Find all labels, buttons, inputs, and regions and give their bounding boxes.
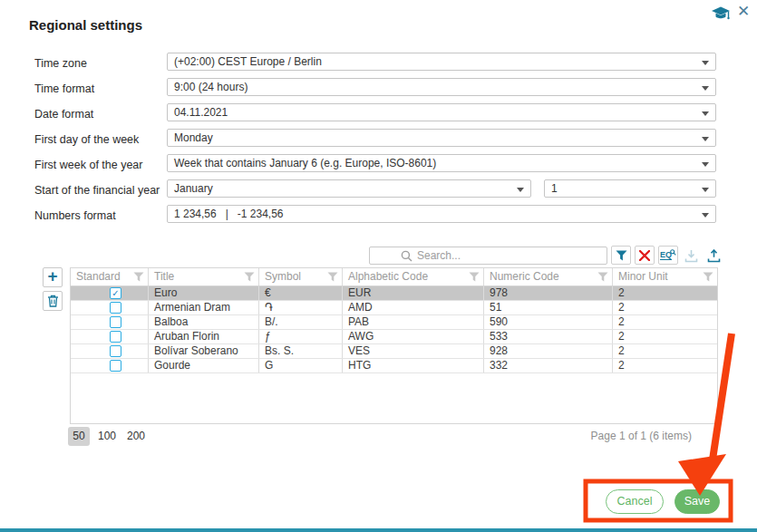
plus-icon: + — [47, 268, 57, 285]
cell-minor: 2 — [613, 344, 717, 358]
dialog-bottom-border — [0, 528, 757, 532]
upload-icon — [707, 249, 721, 263]
cell-symbol: B/. — [259, 315, 343, 329]
label-date-format: Date format — [34, 105, 93, 123]
cell-symbol: G — [259, 359, 343, 372]
cell-alpha: AWG — [343, 330, 484, 343]
page-size-200[interactable]: 200 — [124, 427, 148, 446]
tutorial-graduation-cap-icon[interactable] — [710, 3, 732, 24]
page-size-100[interactable]: 100 — [95, 427, 119, 446]
table-row[interactable]: Gourde G HTG 332 2 — [71, 359, 717, 373]
table-row[interactable]: Balboa B/. PAB 590 2 — [71, 315, 717, 330]
page-info: Page 1 of 1 (6 items) — [591, 430, 692, 442]
col-header-title[interactable]: Title — [149, 268, 259, 285]
cell-alpha: PAB — [343, 315, 484, 329]
standard-checkbox[interactable] — [110, 302, 121, 314]
filter-button[interactable] — [611, 246, 631, 265]
cell-numeric: 590 — [484, 315, 613, 329]
table-row[interactable]: Aruban Florin ƒ AWG 533 2 — [71, 330, 717, 344]
trash-icon — [47, 295, 59, 307]
date-format-select[interactable]: 04.11.2021 — [167, 103, 716, 121]
clear-filter-button[interactable] — [635, 246, 655, 265]
cell-minor: 2 — [613, 359, 717, 372]
close-icon[interactable]: ✕ — [734, 2, 752, 22]
cell-alpha: HTG — [343, 359, 484, 372]
standard-checkbox[interactable]: ✓ — [110, 287, 121, 299]
delete-currency-button[interactable] — [43, 291, 63, 311]
col-header-alphabetic-code[interactable]: Alphabetic Code — [343, 268, 484, 285]
cell-title: Aruban Florin — [149, 330, 259, 343]
col-header-numeric-code[interactable]: Numeric Code — [484, 268, 613, 285]
column-filter-icon[interactable] — [327, 272, 338, 282]
cell-numeric: 533 — [484, 330, 613, 343]
page-size-50[interactable]: 50 — [68, 427, 90, 446]
label-financial-year: Start of the financial year — [34, 181, 160, 199]
export-button[interactable] — [704, 247, 723, 265]
table-row[interactable]: Bolívar Soberano Bs. S. VES 928 2 — [71, 344, 717, 359]
label-first-week-of-year: First week of the year — [34, 156, 143, 174]
table-row[interactable]: Armenian Dram ֏ AMD 51 2 — [71, 301, 717, 315]
regional-settings-dialog: Regional settings ✕ Time zone (+02:00) C… — [0, 0, 757, 532]
standard-checkbox[interactable] — [110, 331, 121, 343]
cell-alpha: EUR — [343, 286, 484, 300]
cell-title: Bolívar Soberano — [149, 344, 259, 358]
add-currency-button[interactable]: + — [43, 267, 63, 287]
cell-symbol: Bs. S. — [259, 344, 343, 358]
magnifier-overlay-icon — [670, 249, 676, 256]
cell-alpha: AMD — [343, 301, 484, 314]
column-filter-icon[interactable] — [469, 272, 480, 282]
search-placeholder: Search... — [417, 249, 461, 262]
import-button[interactable] — [682, 247, 700, 265]
cell-symbol: ƒ — [259, 330, 343, 343]
column-filter-icon[interactable] — [703, 272, 713, 282]
cell-numeric: 51 — [484, 301, 613, 314]
col-header-minor-unit[interactable]: Minor Unit — [613, 268, 717, 285]
standard-checkbox[interactable] — [110, 345, 121, 357]
col-header-symbol[interactable]: Symbol — [259, 268, 343, 285]
financial-year-day-select[interactable]: 1 — [544, 179, 716, 198]
numbers-format-select[interactable]: 1 234,56 | -1 234,56 — [167, 205, 716, 223]
time-zone-select[interactable]: (+02:00) CEST Europe / Berlin — [167, 53, 716, 71]
cell-numeric: 928 — [484, 344, 613, 358]
column-filter-icon[interactable] — [244, 272, 255, 282]
cell-numeric: 332 — [484, 359, 613, 372]
download-icon — [684, 249, 698, 263]
col-header-standard[interactable]: Standard — [71, 268, 149, 285]
funnel-icon — [616, 250, 627, 261]
time-format-select[interactable]: 9:00 (24 hours) — [167, 78, 716, 96]
table-header-row: Standard Title Symbol Alphabetic Code Nu… — [71, 268, 717, 286]
cell-symbol: ֏ — [259, 301, 343, 314]
financial-year-month-select[interactable]: January — [167, 179, 531, 198]
cell-title: Gourde — [149, 359, 259, 372]
cell-title: Euro — [149, 286, 259, 300]
label-numbers-format: Numbers format — [34, 207, 116, 225]
filter-editor-button[interactable]: EQ — [658, 246, 678, 265]
standard-checkbox[interactable] — [110, 360, 121, 372]
label-time-zone: Time zone — [34, 54, 87, 73]
currency-table: Standard Title Symbol Alphabetic Code Nu… — [70, 267, 718, 424]
save-button[interactable]: Save — [675, 489, 720, 514]
label-first-day-of-week: First day of the week — [34, 131, 139, 149]
cell-symbol: € — [259, 286, 343, 300]
cell-minor: 2 — [613, 330, 717, 343]
column-filter-icon[interactable] — [133, 272, 144, 282]
cell-numeric: 978 — [484, 286, 613, 300]
standard-checkbox[interactable] — [110, 316, 121, 328]
search-icon — [401, 250, 412, 262]
page-title: Regional settings — [29, 17, 142, 33]
first-week-select[interactable]: Week that contains January 6 (e.g. Europ… — [167, 154, 716, 172]
cell-title: Armenian Dram — [149, 301, 259, 314]
cell-title: Balboa — [149, 315, 259, 329]
cancel-button[interactable]: Cancel — [606, 489, 664, 514]
cell-alpha: VES — [343, 344, 484, 358]
search-input[interactable]: Search... — [369, 247, 607, 265]
column-filter-icon[interactable] — [597, 272, 608, 282]
first-day-select[interactable]: Monday — [167, 129, 716, 147]
table-row[interactable]: ✓ Euro € EUR 978 2 — [71, 286, 717, 301]
cell-minor: 2 — [613, 301, 717, 314]
red-x-icon — [639, 250, 650, 261]
label-time-format: Time format — [34, 80, 94, 98]
cell-minor: 2 — [613, 315, 717, 329]
cell-minor: 2 — [613, 286, 717, 300]
